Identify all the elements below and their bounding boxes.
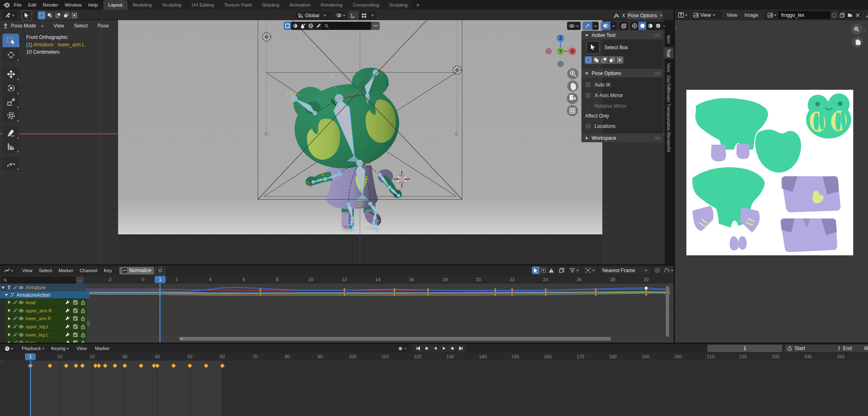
svg-text:x: x <box>371 161 374 166</box>
svg-text:‹: ‹ <box>670 284 671 286</box>
svg-text:y: y <box>286 91 288 95</box>
svg-text:X: X <box>571 49 574 54</box>
svg-text:Y: Y <box>559 49 562 54</box>
svg-text:Z: Z <box>559 36 562 41</box>
svg-text:Y: Y <box>331 74 334 79</box>
